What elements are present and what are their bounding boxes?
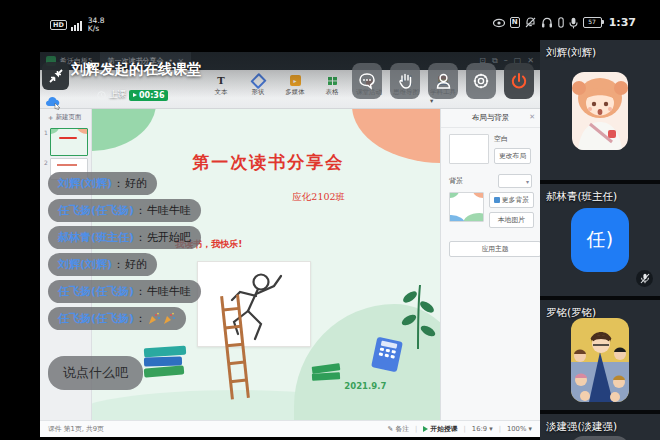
headset-icon (541, 17, 553, 28)
battery-indicator: 57 (583, 17, 602, 28)
tool-media[interactable]: ▸ 多媒体 (282, 75, 308, 105)
raise-hand-icon (397, 72, 414, 90)
participants-sidebar: 刘辉(刘辉) 郝林青(班主任) 任) (540, 40, 660, 440)
apply-theme-button[interactable]: 应用主题 (449, 241, 541, 257)
avatar (571, 318, 629, 402)
avatar: 任) (571, 208, 629, 272)
participant-tile[interactable]: 郝林青(班主任) 任) (540, 184, 660, 296)
page-number: 1 (44, 129, 48, 136)
plant-illustration (400, 275, 436, 349)
hd-indicator: HD (50, 20, 67, 30)
anime-group-avatar-image (571, 318, 629, 402)
slide-date: 2021.9.7 (344, 381, 386, 391)
microphone-muted-icon (636, 270, 653, 287)
chat-message: 郝林青(班主任)：先开始吧 (48, 226, 201, 249)
settings-button[interactable] (466, 63, 496, 99)
android-status-bar: HD 34.8 K/s N (0, 0, 660, 40)
party-popper-icon (162, 312, 176, 325)
chat-button[interactable] (352, 63, 382, 99)
background-style-dropdown[interactable]: ▾ (498, 174, 532, 188)
signal-strength-icon (71, 20, 84, 31)
change-layout-button[interactable]: 更改布局 (494, 148, 531, 164)
text-tool-icon: T (216, 75, 227, 86)
blank-layout-thumbnail[interactable] (449, 134, 489, 164)
page-number: 2 (44, 159, 48, 166)
bell-muted-icon (525, 17, 536, 28)
media-tool-icon: ▸ (290, 75, 301, 86)
party-popper-icon (147, 312, 161, 325)
participant-tile[interactable]: 罗铭(罗铭) (540, 300, 660, 410)
recording-icon (133, 93, 137, 97)
page-thumbnail-1[interactable] (50, 128, 88, 156)
raise-hand-button[interactable] (390, 63, 420, 99)
panel-title: 布局与背景 (472, 113, 510, 123)
whiteboard-status-bar: 课件 第1页, 共9页 ✎ 备注 | 开始授课 | 16:9 ▾ | 100% … (40, 420, 540, 437)
participant-name: 郝林青(班主任) (546, 190, 617, 204)
shape-tool-icon (250, 72, 266, 88)
chevron-down-icon: ▾ (526, 178, 529, 185)
settings-gear-icon (472, 72, 490, 90)
plus-icon: + (48, 114, 53, 122)
tool-shape[interactable]: 形状 (245, 75, 271, 105)
zoom-selector[interactable]: 100% ▾ (507, 425, 532, 433)
table-tool-icon (327, 76, 337, 85)
leave-class-button[interactable] (504, 63, 534, 99)
screen-share-region: 希沃白板5 第一次读书分享会 • ✕ ⊡ ⧉ – ▢ ✕ T 文本 (40, 40, 540, 440)
chat-overlay: 刘辉(刘辉)：好的 任飞扬(任飞扬)：牛哇牛哇 郝林青(班主任)：先开始吧 刘辉… (48, 172, 201, 390)
nfc-icon: N (510, 17, 520, 28)
current-background-thumbnail[interactable] (449, 192, 484, 222)
clock: 1:37 (609, 16, 636, 29)
background-label: 背景 (449, 176, 463, 186)
avatar (571, 436, 629, 440)
chat-message: 任飞扬(任飞扬)： (48, 307, 186, 330)
notes-button[interactable]: ✎ 备注 (388, 424, 409, 434)
page-info: 课件 第1页, 共9页 (48, 424, 104, 434)
slide-title: 第一次读书分享会 (92, 151, 440, 174)
members-button[interactable] (428, 63, 458, 99)
participant-name: 刘辉(刘辉) (546, 46, 596, 60)
class-action-buttons (352, 63, 534, 99)
network-speed: 34.8 K/s (88, 17, 105, 33)
local-image-button[interactable]: 本地图片 (489, 212, 534, 228)
chat-message: 任飞扬(任飞扬)：牛哇牛哇 (48, 280, 201, 303)
collapse-arrows-icon (48, 68, 64, 84)
class-status-label: 上课 (109, 89, 126, 101)
chevron-down-icon: ▾ (529, 425, 532, 433)
power-icon (510, 72, 528, 90)
participant-tile[interactable]: 淡建强(淡建强) (540, 414, 660, 440)
decor-green-blob (92, 109, 156, 151)
chat-bubble-icon (358, 72, 376, 90)
chat-message: 任飞扬(任飞扬)：牛哇牛哇 (48, 199, 201, 222)
tool-table[interactable]: 表格 (319, 75, 345, 105)
chevron-down-icon: ▾ (489, 425, 492, 433)
new-page-button[interactable]: + 新建页面 (40, 109, 91, 126)
avatar (572, 72, 628, 150)
more-backgrounds-button[interactable]: 更多背景 (489, 192, 534, 208)
grid-icon (494, 197, 500, 203)
play-icon (423, 426, 428, 432)
earpiece-icon (558, 17, 564, 28)
blank-label: 空白 (494, 134, 531, 144)
eye-protection-icon (493, 18, 505, 28)
start-teaching-button[interactable]: 开始授课 (423, 424, 457, 434)
class-timer: 上课 00:36 (97, 89, 168, 101)
timer-badge: 00:36 (129, 90, 168, 101)
layout-background-panel: 布局与背景 ✕ 空白 更改布局 背景 ▾ (440, 109, 540, 420)
chat-message: 刘辉(刘辉)：好的 (48, 172, 157, 195)
chat-message: 刘辉(刘辉)：好的 (48, 253, 157, 276)
microphone-icon (569, 17, 578, 29)
anime-avatar-image (572, 72, 628, 150)
participant-tile[interactable]: 刘辉(刘辉) (540, 40, 660, 180)
collapse-view-button[interactable] (42, 62, 69, 90)
chat-input[interactable]: 说点什么吧 (48, 356, 143, 390)
slide-class-name: 应化2102班 (292, 191, 345, 204)
panel-close-icon[interactable]: ✕ (529, 113, 535, 121)
aspect-ratio-selector[interactable]: 16:9 ▾ (472, 425, 493, 433)
cloud-courseware-button[interactable] (45, 95, 63, 110)
participant-name: 淡建强(淡建强) (546, 420, 617, 434)
green-books-illustration (312, 365, 340, 381)
class-session-title: 刘辉发起的在线课堂 (71, 60, 202, 79)
members-icon (435, 72, 452, 90)
tool-text[interactable]: T 文本 (208, 75, 234, 105)
clock-icon (97, 91, 106, 100)
